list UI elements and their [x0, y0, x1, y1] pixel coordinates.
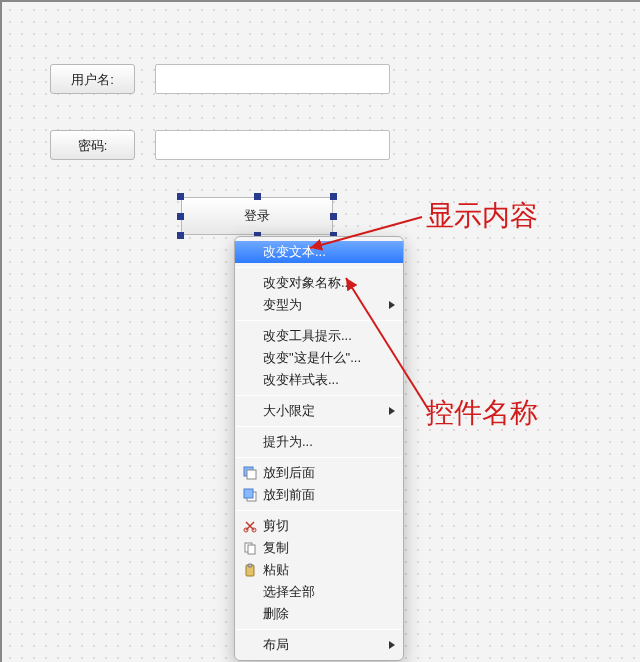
menu-separator — [236, 457, 402, 458]
menu-item-label: 剪切 — [263, 518, 289, 533]
menu-change-object-name[interactable]: 改变对象名称... — [235, 272, 403, 294]
username-input[interactable] — [155, 64, 390, 94]
menu-item-label: 放到前面 — [263, 487, 315, 502]
menu-separator — [236, 629, 402, 630]
menu-copy[interactable]: 复制 — [235, 537, 403, 559]
menu-item-label: 放到后面 — [263, 465, 315, 480]
menu-item-label: 粘贴 — [263, 562, 289, 577]
resize-handle[interactable] — [177, 193, 184, 200]
scissors-icon — [243, 519, 257, 533]
menu-send-to-back[interactable]: 放到后面 — [235, 462, 403, 484]
menu-promote-to[interactable]: 提升为... — [235, 431, 403, 453]
menu-item-label: 复制 — [263, 540, 289, 555]
resize-handle[interactable] — [330, 213, 337, 220]
menu-select-all[interactable]: 选择全部 — [235, 581, 403, 603]
menu-separator — [236, 267, 402, 268]
annotation-widget-name: 控件名称 — [426, 394, 538, 432]
password-input[interactable] — [155, 130, 390, 160]
copy-icon — [243, 541, 257, 555]
context-menu: 改变文本... 改变对象名称... 变型为 改变工具提示... 改变"这是什么"… — [234, 236, 404, 661]
menu-change-text[interactable]: 改变文本... — [235, 241, 403, 263]
login-button-selection: 登录 — [181, 197, 333, 235]
menu-cut[interactable]: 剪切 — [235, 515, 403, 537]
annotation-display-content: 显示内容 — [426, 197, 538, 235]
menu-separator — [236, 510, 402, 511]
menu-paste[interactable]: 粘贴 — [235, 559, 403, 581]
menu-delete[interactable]: 删除 — [235, 603, 403, 625]
password-label: 密码: — [50, 130, 135, 160]
paste-icon — [243, 563, 257, 577]
menu-change-stylesheet[interactable]: 改变样式表... — [235, 369, 403, 391]
menu-separator — [236, 320, 402, 321]
username-label: 用户名: — [50, 64, 135, 94]
menu-change-whatsthis[interactable]: 改变"这是什么"... — [235, 347, 403, 369]
svg-rect-1 — [247, 470, 256, 479]
resize-handle[interactable] — [177, 213, 184, 220]
menu-layout[interactable]: 布局 — [235, 634, 403, 656]
bring-to-front-icon — [243, 488, 257, 502]
menu-change-tooltip[interactable]: 改变工具提示... — [235, 325, 403, 347]
resize-handle[interactable] — [330, 193, 337, 200]
login-button[interactable]: 登录 — [181, 197, 333, 235]
menu-bring-to-front[interactable]: 放到前面 — [235, 484, 403, 506]
menu-morph-into[interactable]: 变型为 — [235, 294, 403, 316]
resize-handle[interactable] — [254, 193, 261, 200]
svg-rect-3 — [244, 489, 253, 498]
menu-separator — [236, 395, 402, 396]
svg-rect-7 — [248, 545, 255, 554]
menu-separator — [236, 426, 402, 427]
resize-handle[interactable] — [177, 232, 184, 239]
menu-size-constraints[interactable]: 大小限定 — [235, 400, 403, 422]
send-to-back-icon — [243, 466, 257, 480]
svg-rect-9 — [248, 564, 252, 567]
